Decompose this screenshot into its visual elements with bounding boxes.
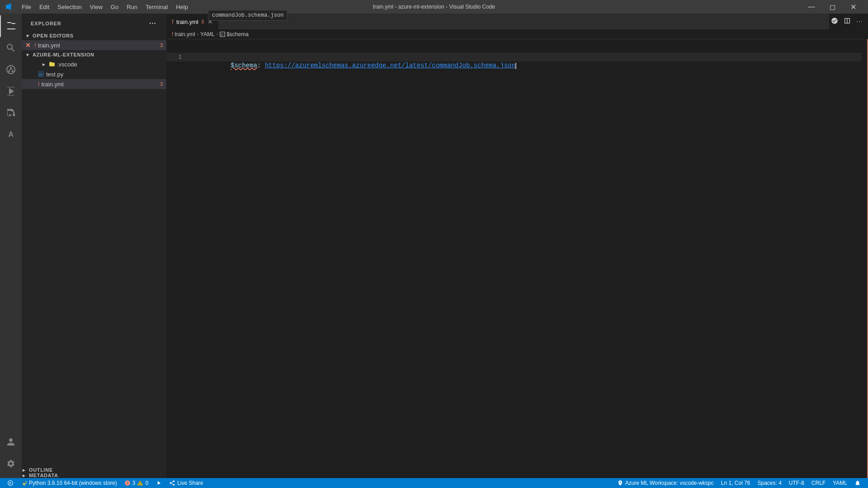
title-bar-left: File Edit Selection View Go Run Terminal… xyxy=(5,3,192,11)
scroll-indicator[interactable] xyxy=(862,39,868,478)
open-editors-chevron: ▼ xyxy=(25,33,31,38)
open-editor-train-yml[interactable]: ✕ ! train.yml 3 xyxy=(22,40,166,50)
status-remote[interactable] xyxy=(4,478,17,488)
code-editor[interactable]: 1 $schema: https://azuremlschemas.azuree… xyxy=(166,39,868,478)
status-spaces[interactable]: Spaces: 4 xyxy=(754,478,785,488)
activity-bottom xyxy=(0,431,22,478)
window-title: train.yml - azure-ml-extension - Visual … xyxy=(373,4,495,10)
status-errors[interactable]: 3 0 xyxy=(121,478,152,488)
schema-tooltip: commandJob.schema.json xyxy=(208,14,288,21)
status-warnings-count: 0 xyxy=(145,480,148,486)
menu-terminal[interactable]: Terminal xyxy=(142,3,171,11)
metadata-label: Metadata xyxy=(29,473,58,478)
python-status-icon xyxy=(21,480,27,486)
status-live-share-label: Live Share xyxy=(177,480,203,486)
vscode-folder[interactable]: ► .vscode xyxy=(22,59,166,69)
sidebar-spacer xyxy=(22,89,166,467)
editor-area: ! train.yml 3 ✕ ⋯ ! train.yml xyxy=(166,14,868,478)
title-bar: File Edit Selection View Go Run Terminal… xyxy=(0,0,868,14)
schema-url[interactable]: https://azuremlschemas.azureedge.net/lat… xyxy=(265,62,516,69)
schema-key: $schema xyxy=(231,62,257,69)
menu-edit[interactable]: Edit xyxy=(36,3,53,11)
source-control-icon xyxy=(5,64,16,75)
file-train-yml[interactable]: ! train.yml 3 xyxy=(22,79,166,89)
title-bar-right: — ◻ ✕ xyxy=(801,0,863,14)
accounts-icon xyxy=(6,437,15,446)
menu-file[interactable]: File xyxy=(18,3,35,11)
gear-icon xyxy=(6,459,15,468)
sidebar-more-options[interactable]: ⋯ xyxy=(148,18,157,28)
metadata-section[interactable]: ► Metadata xyxy=(22,473,166,478)
breadcrumb-file[interactable]: ! train.yml xyxy=(172,31,195,38)
breadcrumb-sep-2: › xyxy=(217,32,218,37)
status-language[interactable]: YAML xyxy=(829,478,851,488)
activity-extensions[interactable] xyxy=(0,102,22,124)
maximize-button[interactable]: ◻ xyxy=(822,0,843,14)
remote-button-icon xyxy=(831,17,838,24)
svg-point-1 xyxy=(8,70,10,72)
activity-source-control[interactable] xyxy=(0,59,22,80)
open-editors-section[interactable]: ▼ Open Editors xyxy=(22,31,166,40)
status-live-share[interactable]: Live Share xyxy=(165,478,207,488)
breadcrumb-error-icon: ! xyxy=(172,31,173,38)
split-editor-button[interactable] xyxy=(842,15,853,28)
open-editor-filename: train.yml xyxy=(38,42,158,49)
status-run[interactable] xyxy=(152,478,165,488)
status-line-ending[interactable]: CRLF xyxy=(808,478,829,488)
menu-run[interactable]: Run xyxy=(123,3,141,11)
status-line-ending-label: CRLF xyxy=(811,480,826,486)
title-menu: File Edit Selection View Go Run Terminal… xyxy=(18,3,192,11)
remote-icon[interactable] xyxy=(829,15,840,28)
python-file-icon: py xyxy=(38,71,44,77)
breadcrumb-symbol[interactable]: ⊡ $schema xyxy=(220,31,249,38)
line-number-1: 1 xyxy=(166,53,189,61)
run-icon xyxy=(5,86,16,97)
menu-help[interactable]: Help xyxy=(172,3,192,11)
activity-accounts[interactable] xyxy=(0,431,22,453)
status-notifications[interactable] xyxy=(851,478,864,488)
activity-run[interactable] xyxy=(0,80,22,102)
sidebar-header-actions: ⋯ xyxy=(148,18,157,28)
split-editor-icon xyxy=(844,17,851,24)
file-train-yml-badge: 3 xyxy=(160,81,163,87)
menu-go[interactable]: Go xyxy=(107,3,122,11)
open-editors-label: Open Editors xyxy=(33,33,74,38)
activity-explorer[interactable] xyxy=(0,15,22,37)
close-button[interactable]: ✕ xyxy=(843,0,863,14)
status-encoding[interactable]: UTF-8 xyxy=(785,478,808,488)
status-workspace-label: Azure ML Workspace: vscode-wkspc xyxy=(625,480,714,486)
folder-icon xyxy=(49,61,55,67)
line-content-1: $schema: https://azuremlschemas.azureedg… xyxy=(189,53,868,79)
folder-chevron: ► xyxy=(42,62,47,67)
breadcrumb-section[interactable]: YAML xyxy=(200,31,215,38)
status-python-label: Python 3.8.10 64-bit (windows store) xyxy=(29,480,117,486)
project-section[interactable]: ▼ Azure-ML-Extension xyxy=(22,50,166,59)
status-position[interactable]: Ln 1, Col 76 xyxy=(717,478,754,488)
breadcrumb-sep-1: › xyxy=(197,32,198,37)
main-layout: A Explorer ⋯ ▼ Open E xyxy=(0,14,868,478)
minimize-button[interactable]: — xyxy=(801,0,822,14)
text-cursor xyxy=(515,63,516,69)
activity-settings[interactable] xyxy=(0,453,22,474)
menu-selection[interactable]: Selection xyxy=(54,3,85,11)
extensions-icon xyxy=(5,108,16,118)
more-actions-button[interactable]: ⋯ xyxy=(854,16,864,27)
close-editor-icon[interactable]: ✕ xyxy=(25,42,31,49)
status-bar: Python 3.8.10 64-bit (windows store) 3 0… xyxy=(0,478,868,488)
menu-view[interactable]: View xyxy=(86,3,106,11)
breadcrumb-symbol-name: $schema xyxy=(226,31,249,38)
explorer-icon xyxy=(6,21,17,32)
file-test-py[interactable]: py test.py xyxy=(22,69,166,79)
outline-section[interactable]: ► Outline xyxy=(22,467,166,473)
colon: : xyxy=(257,62,265,69)
activity-azure[interactable]: A xyxy=(0,124,22,145)
bell-icon xyxy=(854,480,861,486)
vscode-logo-icon xyxy=(5,3,13,11)
file-train-yml-name: train.yml xyxy=(42,81,158,88)
status-workspace[interactable]: Azure ML Workspace: vscode-wkspc xyxy=(613,478,717,488)
sidebar: Explorer ⋯ ▼ Open Editors ✕ ! train.yml … xyxy=(22,14,166,478)
status-python[interactable]: Python 3.8.10 64-bit (windows store) xyxy=(17,478,121,488)
project-label: Azure-ML-Extension xyxy=(33,52,94,57)
search-icon xyxy=(5,42,16,53)
activity-search[interactable] xyxy=(0,37,22,59)
